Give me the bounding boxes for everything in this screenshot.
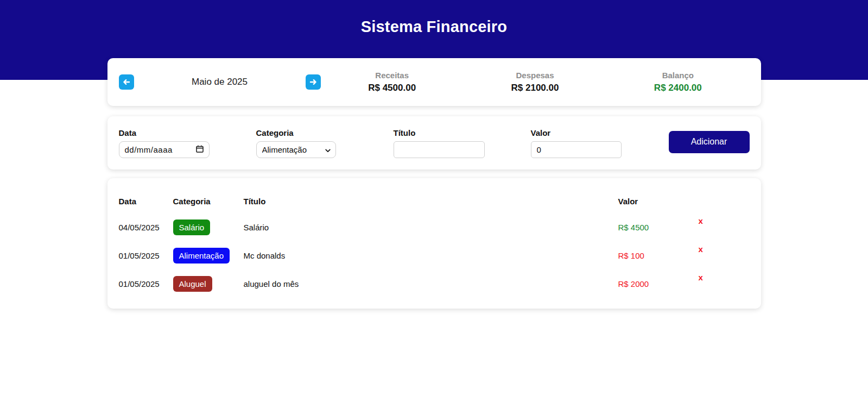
amount-label: Valor [531, 128, 668, 137]
add-transaction-form: Data dd/mm/aaaa Categoria Alimentação Tí… [107, 116, 761, 170]
category-select[interactable]: Alimentação [256, 141, 336, 158]
row-date: 01/05/2025 [119, 279, 173, 288]
row-date: 01/05/2025 [119, 251, 173, 260]
row-date: 04/05/2025 [119, 223, 173, 232]
delete-row-button[interactable]: x [699, 216, 703, 225]
row-title: aluguel do mês [244, 279, 618, 288]
main-container: Maio de 2025 Receitas R$ 4500.00 Despesa… [107, 58, 761, 309]
header-valor: Valor [618, 197, 699, 206]
title-field-group: Título [394, 128, 531, 158]
row-title: Salário [244, 223, 618, 232]
category-badge: Alimentação [173, 248, 230, 264]
add-button[interactable]: Adicionar [669, 131, 750, 153]
delete-row-button[interactable]: x [699, 273, 703, 282]
category-field-group: Categoria Alimentação [256, 128, 394, 158]
date-field-group: Data dd/mm/aaaa [119, 128, 256, 158]
date-placeholder: dd/mm/aaaa [125, 145, 173, 154]
despesas-label: Despesas [464, 71, 606, 80]
transactions-card: Data Categoria Título Valor 04/05/2025 S… [107, 178, 761, 309]
row-title: Mc donalds [244, 251, 618, 260]
row-category: Alimentação [173, 248, 244, 264]
row-category: Salário [173, 219, 244, 235]
category-badge: Aluguel [173, 276, 212, 292]
summary-receitas: Receitas R$ 4500.00 [321, 71, 464, 93]
arrow-right-icon [309, 78, 318, 86]
summary-balanco: Balanço R$ 2400.00 [606, 71, 749, 93]
amount-field-group: Valor [531, 128, 668, 158]
despesas-value: R$ 2100.00 [464, 83, 606, 93]
summary-columns: Receitas R$ 4500.00 Despesas R$ 2100.00 … [321, 71, 750, 93]
previous-month-button[interactable] [119, 74, 134, 90]
receitas-label: Receitas [321, 71, 464, 80]
page-title: Sistema Financeiro [0, 0, 868, 36]
date-label: Data [119, 128, 256, 137]
table-row: 04/05/2025 Salário Salário R$ 4500 x [119, 213, 750, 241]
amount-input[interactable] [531, 141, 622, 158]
calendar-icon[interactable] [196, 145, 204, 154]
header-categoria: Categoria [173, 197, 244, 206]
arrow-left-icon [122, 78, 131, 86]
category-label: Categoria [256, 128, 394, 137]
summary-despesas: Despesas R$ 2100.00 [464, 71, 606, 93]
current-month-label: Maio de 2025 [192, 77, 248, 87]
receitas-value: R$ 4500.00 [321, 83, 464, 93]
title-input[interactable] [394, 141, 485, 158]
row-category: Aluguel [173, 276, 244, 292]
row-amount: R$ 100 [618, 251, 699, 260]
delete-row-button[interactable]: x [699, 244, 703, 254]
balanco-value: R$ 2400.00 [606, 83, 749, 93]
table-row: 01/05/2025 Aluguel aluguel do mês R$ 200… [119, 269, 750, 298]
date-input[interactable]: dd/mm/aaaa [119, 141, 210, 158]
submit-wrap: Adicionar [669, 131, 750, 153]
table-header-row: Data Categoria Título Valor [119, 189, 750, 213]
title-label: Título [394, 128, 531, 137]
header-data: Data [119, 197, 173, 206]
next-month-button[interactable] [306, 74, 321, 90]
category-badge: Salário [173, 219, 211, 235]
table-row: 01/05/2025 Alimentação Mc donalds R$ 100… [119, 241, 750, 269]
category-select-wrap: Alimentação [256, 141, 336, 158]
row-amount: R$ 2000 [618, 279, 699, 288]
balanco-label: Balanço [606, 71, 749, 80]
row-amount: R$ 4500 [618, 223, 699, 232]
month-navigation: Maio de 2025 [119, 74, 321, 90]
summary-card: Maio de 2025 Receitas R$ 4500.00 Despesa… [107, 58, 761, 106]
header-titulo: Título [244, 197, 618, 206]
